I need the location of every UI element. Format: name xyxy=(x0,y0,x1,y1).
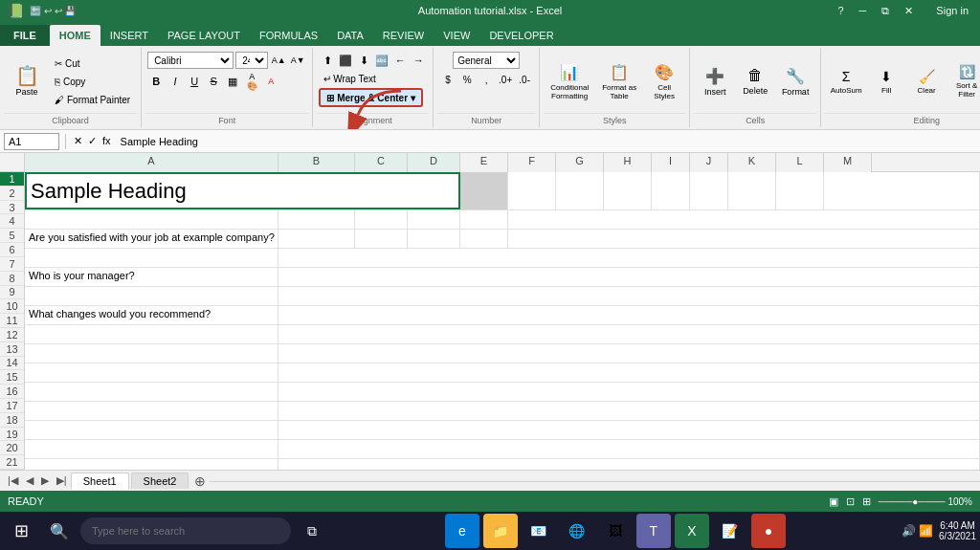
select-all-btn[interactable] xyxy=(0,153,25,172)
sheet-tab-sheet1[interactable]: Sheet1 xyxy=(71,473,129,490)
col-header-E[interactable]: E xyxy=(460,153,508,172)
cell-rest2[interactable] xyxy=(508,210,980,229)
tab-developer[interactable]: DEVELOPER xyxy=(479,25,563,46)
cell-A12[interactable] xyxy=(25,402,278,420)
cell-rest4[interactable] xyxy=(278,249,980,267)
sheet-tab-sheet2[interactable]: Sheet2 xyxy=(131,473,189,489)
row-num-16[interactable]: 16 xyxy=(0,385,24,399)
explorer-icon[interactable]: 📁 xyxy=(483,514,518,548)
view-normal-btn[interactable]: ▣ xyxy=(829,495,838,508)
cell-D2[interactable] xyxy=(408,210,460,229)
cell-reference-box[interactable] xyxy=(4,133,59,150)
cell-rest5[interactable] xyxy=(278,268,980,286)
font-size-selector[interactable]: 24 xyxy=(235,52,268,69)
col-header-I[interactable]: I xyxy=(652,153,690,172)
cell-E3[interactable] xyxy=(460,230,508,248)
row-num-9[interactable]: 9 xyxy=(0,286,24,300)
cell-rest7[interactable] xyxy=(278,306,980,324)
cell-B2[interactable] xyxy=(278,210,355,229)
decrease-font-btn[interactable]: A▼ xyxy=(289,52,306,69)
row-num-21[interactable]: 21 xyxy=(0,455,24,470)
row-num-6[interactable]: 6 xyxy=(0,243,24,257)
row-num-3[interactable]: 3 xyxy=(0,201,24,215)
row-num-7[interactable]: 7 xyxy=(0,257,24,272)
comma-btn[interactable]: , xyxy=(478,71,495,88)
autosum-button[interactable]: Σ AutoSum xyxy=(827,55,865,108)
cell-A1[interactable]: Sample Heading xyxy=(25,172,460,209)
italic-button[interactable]: I xyxy=(167,73,184,90)
cell-A8[interactable] xyxy=(25,325,278,343)
sort-filter-button[interactable]: 🔃 Sort & Filter xyxy=(947,55,980,108)
increase-decimal-btn[interactable]: .0+ xyxy=(497,71,514,88)
number-format-selector[interactable]: General xyxy=(453,52,520,69)
row-num-5[interactable]: 5 xyxy=(0,229,24,243)
increase-font-btn[interactable]: A▲ xyxy=(270,52,287,69)
text-orient-btn[interactable]: 🔤 xyxy=(373,52,390,69)
col-header-M[interactable]: M xyxy=(824,153,872,172)
cell-L1[interactable] xyxy=(776,172,824,209)
notepad-icon[interactable]: 📝 xyxy=(713,514,747,548)
add-sheet-button[interactable]: ⊕ xyxy=(190,473,210,489)
col-header-J[interactable]: J xyxy=(690,153,728,172)
cell-F1[interactable] xyxy=(508,172,556,209)
sheet-nav-next[interactable]: ▶ xyxy=(37,474,53,487)
task-view-btn[interactable]: ⧉ xyxy=(295,514,329,548)
indent-increase-btn[interactable]: → xyxy=(410,52,427,69)
col-header-K[interactable]: K xyxy=(728,153,776,172)
col-header-C[interactable]: C xyxy=(355,153,408,172)
cell-C3[interactable] xyxy=(355,230,408,248)
sheet-nav-first[interactable]: |◀ xyxy=(4,474,22,487)
currency-btn[interactable]: $ xyxy=(439,71,457,88)
col-header-G[interactable]: G xyxy=(556,153,604,172)
cell-A11[interactable] xyxy=(25,383,278,401)
cell-K1[interactable] xyxy=(728,172,776,209)
cell-M1[interactable] xyxy=(824,172,980,209)
fill-button[interactable]: ⬇ Fill xyxy=(867,55,905,108)
cell-A2[interactable] xyxy=(25,210,278,229)
tab-home[interactable]: HOME xyxy=(50,25,100,46)
tab-insert[interactable]: INSERT xyxy=(100,25,158,46)
cell-A4[interactable] xyxy=(25,249,278,267)
row-num-8[interactable]: 8 xyxy=(0,272,24,286)
col-header-F[interactable]: F xyxy=(508,153,556,172)
row-num-11[interactable]: 11 xyxy=(0,314,24,328)
cell-rest6[interactable] xyxy=(278,287,980,305)
col-header-B[interactable]: B xyxy=(278,153,355,172)
delete-button[interactable]: 🗑 Delete xyxy=(736,55,774,108)
conditional-formatting-button[interactable]: 📊 Conditional Formatting xyxy=(546,55,593,108)
col-header-L[interactable]: L xyxy=(776,153,824,172)
font-color-button[interactable]: A xyxy=(262,73,279,90)
row-num-10[interactable]: 10 xyxy=(0,299,24,314)
photo-icon[interactable]: 🖼 xyxy=(598,514,633,548)
zoom-slider[interactable]: ─────●──── 100% xyxy=(879,496,972,507)
cell-A10[interactable] xyxy=(25,363,278,382)
col-header-D[interactable]: D xyxy=(408,153,460,172)
align-middle-btn[interactable]: ⬛ xyxy=(337,52,354,69)
cut-button[interactable]: ✂ Cut xyxy=(50,55,135,72)
cell-rest10[interactable] xyxy=(278,363,980,382)
merge-center-dropdown-icon[interactable]: ▾ xyxy=(411,93,415,103)
align-bottom-btn[interactable]: ⬇ xyxy=(355,52,372,69)
copy-button[interactable]: ⎘ Copy xyxy=(50,74,135,90)
cell-I1[interactable] xyxy=(652,172,690,209)
close-btn[interactable]: ✕ xyxy=(901,5,917,17)
cell-D3[interactable] xyxy=(408,230,460,248)
indent-decrease-btn[interactable]: ← xyxy=(391,52,409,69)
signin-btn[interactable]: Sign in xyxy=(932,5,972,17)
cell-rest11[interactable] xyxy=(278,383,980,401)
cell-rest8[interactable] xyxy=(278,325,980,343)
title-bar-controls[interactable]: ? ─ ⧉ ✕ Sign in xyxy=(834,5,972,17)
insert-function-icon[interactable]: fx xyxy=(100,135,113,147)
cancel-formula-icon[interactable]: ✕ xyxy=(72,135,84,147)
tab-file[interactable]: FILE xyxy=(0,25,50,46)
format-as-table-button[interactable]: 📋 Format as Table xyxy=(595,55,643,108)
tab-data[interactable]: DATA xyxy=(327,25,373,46)
mail-icon[interactable]: 📧 xyxy=(522,514,556,548)
underline-button[interactable]: U xyxy=(186,73,203,90)
row-num-18[interactable]: 18 xyxy=(0,413,24,428)
view-page-layout-btn[interactable]: ⊡ xyxy=(846,495,855,508)
cell-H1[interactable] xyxy=(604,172,652,209)
sheet-nav-prev[interactable]: ◀ xyxy=(22,474,37,487)
tab-formulas[interactable]: FORMULAS xyxy=(250,25,327,46)
format-painter-button[interactable]: 🖌 Format Painter xyxy=(50,92,135,108)
